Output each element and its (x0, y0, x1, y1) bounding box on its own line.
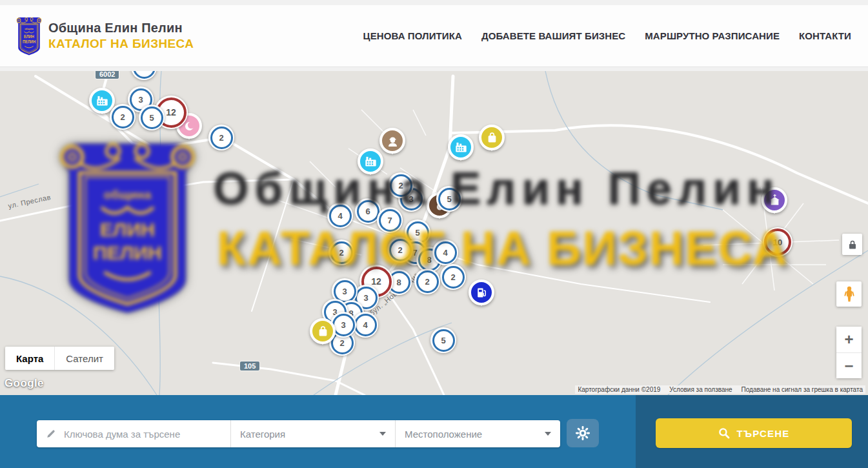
pegman-icon (842, 286, 856, 303)
map-attribution: Картографски данни ©2019 Условия за полз… (575, 385, 865, 394)
cluster-count: 2 (416, 270, 439, 293)
bag-icon (310, 318, 336, 344)
search-submit-button[interactable]: ТЪРСЕНЕ (656, 418, 852, 448)
cluster-marker[interactable] (131, 71, 157, 80)
cluster-count: 4 (354, 314, 377, 336)
cluster-marker[interactable]: 2 (110, 104, 136, 130)
map-type-satellite-button[interactable]: Сателит (54, 347, 114, 370)
nav-price-policy[interactable]: ЦЕНОВА ПОЛИТИКА (363, 30, 462, 41)
map-type-control: Карта Сателит (5, 347, 114, 370)
search-fields: Категория Местоположение (37, 420, 560, 447)
nav-contacts[interactable]: КОНТАКТИ (799, 30, 851, 41)
site-subtitle: КАТАЛОГ НА БИЗНЕСА (48, 37, 194, 51)
cluster-marker[interactable]: 2 (328, 239, 354, 265)
location-select[interactable]: Местоположение (395, 420, 560, 447)
lock-button[interactable] (842, 234, 862, 255)
cluster-marker[interactable]: 2 (414, 269, 440, 294)
svg-text:община: община (25, 26, 34, 30)
cluster-count: 2 (210, 127, 233, 149)
category-select[interactable]: Категория (230, 420, 395, 447)
cluster-marker[interactable]: 2 (387, 237, 413, 263)
chevron-down-icon (379, 432, 386, 436)
markers-layer: 325465772284228123383243510123252 (0, 71, 868, 395)
cluster-count: 10 (764, 229, 791, 256)
fuel-icon (469, 280, 494, 305)
street-view-pegman-button[interactable] (836, 281, 862, 307)
worker-icon (379, 128, 405, 154)
advanced-settings-button[interactable] (567, 419, 599, 447)
cluster-count: 4 (434, 241, 457, 264)
attribution-copyright: Картографски данни ©2019 (578, 386, 660, 393)
attribution-terms-link[interactable]: Условия за ползване (669, 386, 732, 393)
cluster-count: 5 (432, 329, 455, 352)
header: община ЕЛИН ПЕЛИН Община Елин Пелин КАТА… (0, 5, 868, 67)
map-type-map-button[interactable]: Карта (5, 347, 54, 370)
search-submit-label: ТЪРСЕНЕ (737, 428, 790, 439)
search-bar: Категория Местоположение (0, 395, 868, 468)
cluster-marker[interactable]: 4 (327, 203, 353, 229)
cluster-count: 2 (442, 266, 465, 289)
zoom-in-button[interactable]: + (836, 327, 862, 352)
cluster-marker[interactable]: 2 (440, 264, 466, 290)
zoom-out-button[interactable]: − (836, 352, 862, 378)
cluster-count (133, 71, 156, 79)
nav-route-schedule[interactable]: МАРШРУТНО РАЗПИСАНИЕ (645, 30, 780, 41)
cluster-marker[interactable]: 2 (388, 172, 414, 198)
pencil-icon (46, 428, 56, 440)
nav-add-business[interactable]: ДОБАВЕТЕ ВАШИЯТ БИЗНЕС (481, 30, 625, 41)
cluster-marker[interactable]: 5 (436, 186, 462, 212)
lock-icon (847, 239, 858, 250)
cluster-count: 2 (389, 239, 412, 261)
cluster-count: 2 (390, 174, 412, 197)
chevron-down-icon (545, 432, 551, 436)
keyword-field[interactable] (37, 420, 230, 447)
search-icon (718, 427, 730, 439)
keyword-input[interactable] (63, 428, 221, 440)
bag-icon (479, 125, 505, 150)
cluster-count: 4 (329, 205, 352, 227)
cluster-marker[interactable]: 4 (432, 239, 458, 265)
cluster-marker[interactable]: 7 (377, 207, 403, 233)
zoom-control: + − (836, 327, 862, 378)
cluster-count: 7 (379, 209, 401, 232)
cluster-marker[interactable]: 4 (352, 312, 378, 338)
church-icon (762, 187, 787, 213)
cluster-count: 2 (330, 241, 353, 264)
cluster-marker[interactable]: 5 (430, 327, 456, 353)
cluster-marker[interactable]: 2 (208, 125, 234, 150)
municipality-crest-icon: община ЕЛИН ПЕЛИН (15, 16, 43, 56)
cluster-count: 5 (438, 188, 461, 210)
cluster-count: 6 (357, 200, 379, 223)
site-logo[interactable]: община ЕЛИН ПЕЛИН Община Елин Пелин КАТА… (15, 16, 194, 56)
factory-icon (448, 134, 474, 160)
location-select-label: Местоположение (405, 429, 482, 440)
cluster-count: 2 (112, 106, 134, 128)
map-canvas[interactable]: 6002 105 ул. Преслав бул. „Новоселци“ 32… (0, 71, 868, 395)
brand-block: Община Елин Пелин КАТАЛОГ НА БИЗНЕСА (48, 21, 194, 51)
factory-icon (358, 148, 383, 174)
main-nav: ЦЕНОВА ПОЛИТИКА ДОБАВЕТЕ ВАШИЯТ БИЗНЕС М… (363, 30, 868, 41)
cluster-marker[interactable]: 5 (139, 105, 165, 130)
site-title: Община Елин Пелин (48, 21, 194, 36)
cluster-count: 5 (141, 107, 163, 129)
gear-icon (575, 425, 590, 441)
svg-text:ЕЛИН: ЕЛИН (24, 34, 34, 39)
google-logo[interactable]: Google (5, 377, 44, 390)
category-select-label: Категория (240, 429, 285, 440)
cluster-marker[interactable]: 10 (763, 227, 792, 257)
attribution-report-link[interactable]: Подаване на сигнал за грешка в картата (742, 386, 863, 393)
svg-text:ПЕЛИН: ПЕЛИН (23, 39, 35, 44)
